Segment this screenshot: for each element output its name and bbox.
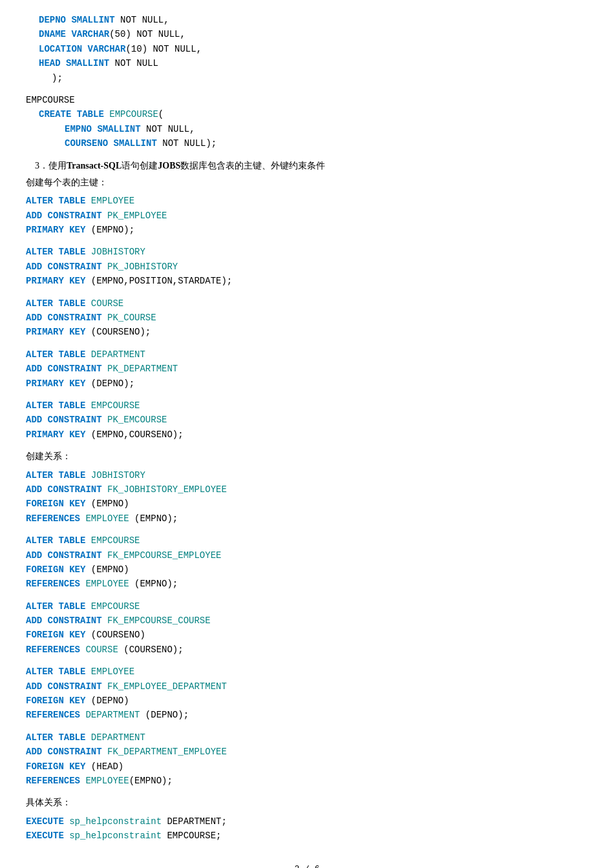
specific-label: 具体关系： (26, 796, 588, 810)
code-line: DNAME VARCHAR(50) NOT NULL, (26, 27, 588, 41)
code-line: HEAD SMALLINT NOT NULL (26, 56, 588, 70)
fk-employee-department-block: ALTER TABLE EMPLOYEE ADD CONSTRAINT FK_E… (26, 665, 588, 723)
empcourse-section: EMPCOURSE CREATE TABLE EMPCOURSE( EMPNO … (26, 93, 588, 151)
empcourse-label: EMPCOURSE (26, 93, 588, 107)
fk-empcourse-course-block: ALTER TABLE EMPCOURSE ADD CONSTRAINT FK_… (26, 599, 588, 657)
code-line: EMPNO SMALLINT NOT NULL, (26, 122, 588, 136)
code-line: LOCATION VARCHAR(10) NOT NULL, (26, 42, 588, 56)
relations-label: 创建关系： (26, 450, 588, 464)
intro-code-block: DEPNO SMALLINT NOT NULL, DNAME VARCHAR(5… (26, 13, 588, 85)
pk-jobhistory-block: ALTER TABLE JOBHISTORY ADD CONSTRAINT PK… (26, 245, 588, 288)
fk-empcourse-employee-block: ALTER TABLE EMPCOURSE ADD CONSTRAINT FK_… (26, 533, 588, 592)
pk-department-block: ALTER TABLE DEPARTMENT ADD CONSTRAINT PK… (26, 347, 588, 391)
page-number: 2 / 6 (26, 863, 588, 868)
primary-keys-label: 创建每个表的主键： (26, 176, 588, 190)
pk-employee-block: ALTER TABLE EMPLOYEE ADD CONSTRAINT PK_E… (26, 194, 588, 237)
fk-department-employee-block: ALTER TABLE DEPARTMENT ADD CONSTRAINT FK… (26, 730, 588, 789)
code-line: CREATE TABLE EMPCOURSE( (26, 107, 588, 121)
section3-label: 3．使用Transact-SQL语句创建JOBS数据库包含表的主键、外键约束条件 (26, 159, 588, 173)
execute-department: EXECUTE sp_helpconstraint DEPARTMENT; EX… (26, 814, 588, 843)
page-content: DEPNO SMALLINT NOT NULL, DNAME VARCHAR(5… (26, 13, 588, 843)
pk-course-block: ALTER TABLE COURSE ADD CONSTRAINT PK_COU… (26, 296, 588, 340)
fk-jobhistory-employee-block: ALTER TABLE JOBHISTORY ADD CONSTRAINT FK… (26, 468, 588, 526)
code-line: COURSENO SMALLINT NOT NULL); (26, 136, 588, 150)
code-line: DEPNO SMALLINT NOT NULL, (26, 13, 588, 27)
code-line: ); (26, 71, 588, 85)
pk-empcourse-block: ALTER TABLE EMPCOURSE ADD CONSTRAINT PK_… (26, 398, 588, 442)
